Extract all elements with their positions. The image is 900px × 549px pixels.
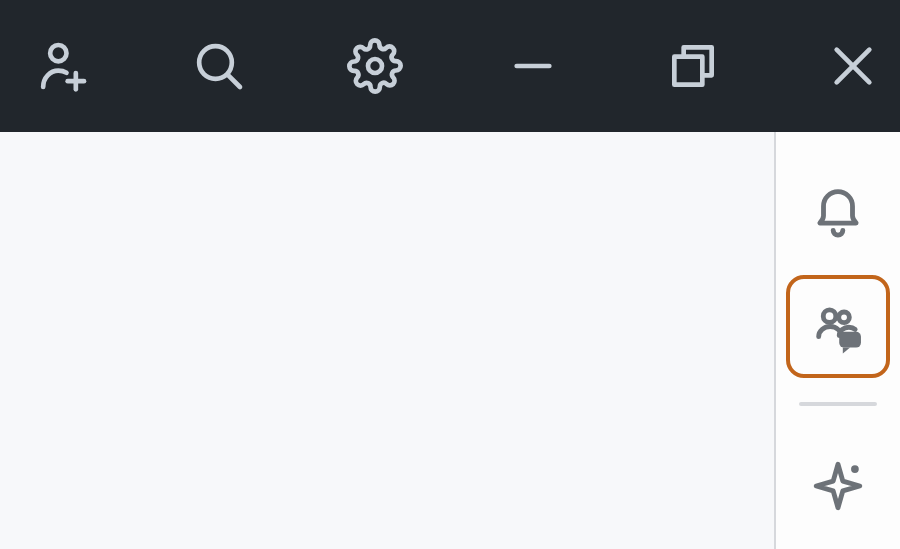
community-chat-icon[interactable] — [786, 275, 890, 379]
svg-rect-12 — [839, 331, 861, 347]
svg-line-4 — [228, 75, 240, 87]
svg-point-0 — [50, 45, 66, 61]
restore-icon[interactable] — [663, 36, 723, 96]
window-controls — [503, 36, 883, 96]
svg-point-5 — [368, 59, 382, 73]
close-icon[interactable] — [823, 36, 883, 96]
add-contact-icon[interactable] — [35, 36, 91, 96]
search-icon[interactable] — [191, 36, 247, 96]
minimize-icon[interactable] — [503, 36, 563, 96]
gear-icon[interactable] — [347, 36, 403, 96]
right-rail — [776, 132, 900, 549]
notifications-icon[interactable] — [786, 160, 890, 263]
svg-rect-7 — [674, 57, 702, 85]
svg-point-11 — [839, 312, 850, 323]
content-area — [0, 132, 776, 549]
titlebar — [0, 0, 900, 132]
rail-divider — [799, 402, 877, 406]
svg-point-10 — [823, 309, 836, 322]
svg-point-13 — [851, 465, 859, 473]
body-area — [0, 132, 900, 549]
sparkle-icon[interactable] — [786, 434, 890, 537]
